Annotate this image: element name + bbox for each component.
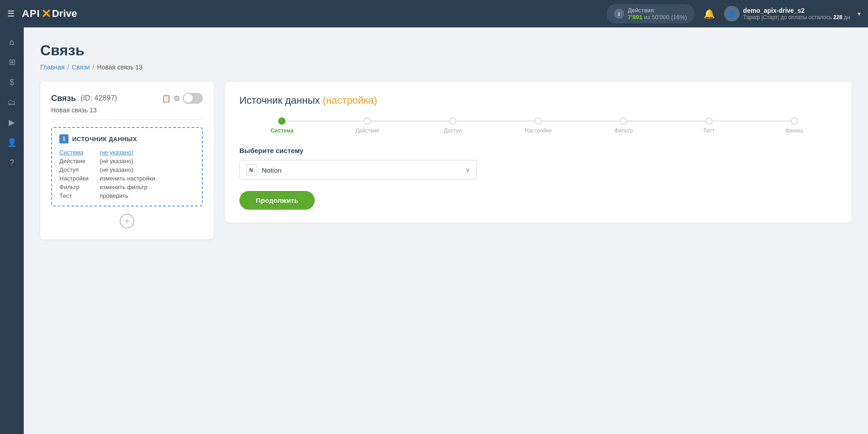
sidebar-item-grid[interactable]: ⊞ xyxy=(3,53,21,71)
ds-value-test: проверить xyxy=(100,192,128,199)
ds-row-filtr: Фильтр изменить фильтр xyxy=(59,184,195,191)
step-label-filtr[interactable]: Фильтр xyxy=(614,127,633,134)
ds-label-filtr: Фильтр xyxy=(59,184,96,191)
step-deystvie: Действие xyxy=(325,117,410,134)
sidebar-item-work[interactable]: 🗂 xyxy=(3,93,21,111)
panel-title: Связь xyxy=(51,94,76,103)
user-name: demo_apix-drive_s2 xyxy=(743,7,850,14)
user-section: 👤 demo_apix-drive_s2 Тариф |Старт| до оп… xyxy=(724,6,861,21)
select-text: Notion xyxy=(262,166,466,174)
add-connection-button[interactable]: + xyxy=(120,214,134,228)
header: ☰ API ✕ Drive i Действия: 7'891 из 50'00… xyxy=(0,0,868,27)
actions-total: 50'000 xyxy=(652,14,670,21)
menu-icon[interactable]: ☰ xyxy=(7,9,15,19)
bell-icon[interactable]: 🔔 xyxy=(704,8,715,19)
step-label-dostup[interactable]: Доступ xyxy=(444,127,462,134)
avatar: 👤 xyxy=(724,6,740,21)
ds-value-nastrojki: изменить настройки xyxy=(100,175,155,182)
ds-label-sistema[interactable]: Система xyxy=(59,149,96,156)
toggle-knob xyxy=(184,94,193,103)
ds-value-deystvie: (не указано) xyxy=(100,158,133,164)
sidebar: ⌂ ⊞ $ 🗂 ▶ 👤 ? xyxy=(0,27,24,434)
ds-label-test: Тест xyxy=(59,192,96,199)
gear-icon[interactable]: ⚙ xyxy=(174,94,180,103)
header-actions: i Действия: 7'891 из 50'000 (16%) 🔔 👤 de… xyxy=(607,4,861,23)
breadcrumb-current: Новая связь 13 xyxy=(97,64,142,71)
toggle-switch[interactable] xyxy=(183,93,203,104)
ds-title: ИСТОЧНИК ДАННЫХ xyxy=(72,136,137,143)
step-label-sistema[interactable]: Система xyxy=(270,127,294,134)
copy-icon[interactable]: 📋 xyxy=(162,94,171,103)
actions-badge: i Действия: 7'891 из 50'000 (16%) xyxy=(607,4,694,23)
sidebar-item-home[interactable]: ⌂ xyxy=(3,33,21,51)
system-select-dropdown[interactable]: N Notion ∨ xyxy=(239,160,477,180)
panel-title-row: Связь (ID: 42897) 📋 ⚙ xyxy=(51,93,203,104)
breadcrumb-sep-2: / xyxy=(92,64,94,71)
actions-of: из xyxy=(644,14,652,21)
continue-button[interactable]: Продолжить xyxy=(239,191,315,210)
ds-value-filtr: изменить фильтр xyxy=(100,184,148,191)
step-nastrojki: Настройки xyxy=(496,117,581,134)
step-dot-sistema xyxy=(278,117,286,125)
actions-text: Действия: 7'891 из 50'000 (16%) xyxy=(628,7,687,21)
chevron-down-icon[interactable]: ▾ xyxy=(857,10,861,17)
main-content: Связь Главная / Связи / Новая связь 13 С… xyxy=(24,27,868,434)
rp-title-main: Источник данных xyxy=(239,95,320,106)
step-filtr: Фильтр xyxy=(581,117,666,134)
step-label-nastrojki[interactable]: Настройки xyxy=(525,127,552,134)
select-chevron-icon: ∨ xyxy=(466,166,470,174)
right-panel: Источник данных (настройка) Система Дейс… xyxy=(225,82,852,222)
actions-count-green: 7'891 xyxy=(628,14,642,21)
connection-name: Новая связь 13 xyxy=(51,106,203,120)
ds-label-deystvie: Действие xyxy=(59,158,96,164)
sidebar-item-billing[interactable]: $ xyxy=(3,73,21,91)
breadcrumb-home[interactable]: Главная xyxy=(40,64,64,71)
actions-count: 7'891 из 50'000 (16%) xyxy=(628,14,687,21)
ds-label-nastrojki: Настройки xyxy=(59,175,96,182)
logo-drive: Drive xyxy=(52,8,77,20)
rp-title-sub-text: (настройка) xyxy=(323,95,377,106)
add-btn-row: + xyxy=(51,214,203,228)
step-dot-nastrojki xyxy=(535,117,542,125)
user-info: demo_apix-drive_s2 Тариф |Старт| до опла… xyxy=(743,7,850,21)
step-dot-test xyxy=(705,117,713,125)
ds-label-dostup: Доступ xyxy=(59,166,96,173)
step-sistema: Система xyxy=(239,117,325,134)
ds-row-sistema: Система (не указано) xyxy=(59,149,195,156)
svg-text:N: N xyxy=(249,168,253,173)
panel-id: (ID: 42897) xyxy=(80,94,117,102)
ds-rows: Система (не указано) Действие (не указан… xyxy=(59,149,195,199)
sidebar-item-help[interactable]: ? xyxy=(3,153,21,172)
ds-value-dostup: (не указано) xyxy=(100,166,133,173)
info-icon: i xyxy=(614,9,624,19)
ds-header: 1 ИСТОЧНИК ДАННЫХ xyxy=(59,134,195,143)
logo: API ✕ Drive xyxy=(22,7,77,21)
user-plan: Тариф |Старт| до оплаты осталось 228 дн xyxy=(743,14,850,21)
step-dot-finish xyxy=(791,117,798,125)
ds-number: 1 xyxy=(59,134,69,143)
logo-x: ✕ xyxy=(41,7,51,21)
ds-row-deystvie: Действие (не указано) xyxy=(59,158,195,164)
ds-row-dostup: Доступ (не указано) xyxy=(59,166,195,173)
step-finish: Финиш xyxy=(752,117,837,134)
actions-label: Действия: xyxy=(628,7,687,14)
step-dot-dostup xyxy=(449,117,456,125)
page-title: Связь xyxy=(40,42,852,59)
step-dot-filtr xyxy=(620,117,627,125)
step-label-test[interactable]: Тест xyxy=(703,127,715,134)
content-area: Связь (ID: 42897) 📋 ⚙ Новая связь 13 1 И… xyxy=(40,82,852,239)
step-dot-deystvie xyxy=(364,117,371,125)
sidebar-item-play[interactable]: ▶ xyxy=(3,113,21,132)
breadcrumb-connections[interactable]: Связи xyxy=(72,64,90,71)
actions-percent: (16%) xyxy=(671,14,687,21)
data-source-block: 1 ИСТОЧНИК ДАННЫХ Система (не указано) Д… xyxy=(51,127,203,206)
rp-header: Источник данных (настройка) xyxy=(239,95,837,106)
steps: Система Действие Доступ Настройки xyxy=(239,117,837,134)
step-dostup: Доступ xyxy=(410,117,496,134)
logo-api: API xyxy=(22,8,40,20)
panel-icons: 📋 ⚙ xyxy=(162,93,203,104)
step-label-finish[interactable]: Финиш xyxy=(785,127,803,134)
ds-value-sistema[interactable]: (не указано) xyxy=(100,149,133,156)
step-label-deystvie[interactable]: Действие xyxy=(355,127,380,134)
sidebar-item-user[interactable]: 👤 xyxy=(3,133,21,152)
